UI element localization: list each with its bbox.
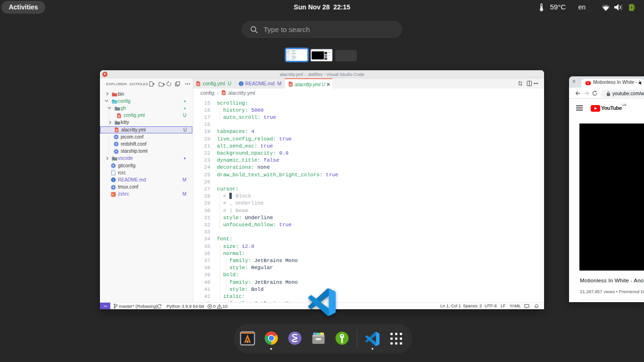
svg-text:>_: >_ [112, 193, 116, 196]
